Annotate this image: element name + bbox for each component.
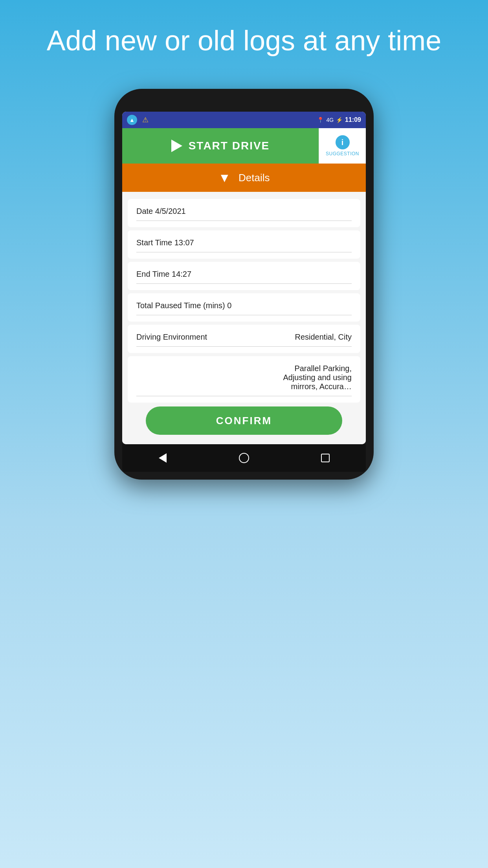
start-time-field-underline xyxy=(136,252,352,252)
start-drive-button[interactable]: START DRIVE xyxy=(122,128,319,164)
recent-icon xyxy=(321,454,330,462)
start-drive-label: START DRIVE xyxy=(189,140,270,152)
warning-icon: ⚠ xyxy=(140,115,150,125)
date-field-card[interactable]: Date 4/5/2021 xyxy=(128,199,360,227)
confirm-button[interactable]: CONFIRM xyxy=(146,406,342,435)
chevron-down-icon: ▼ xyxy=(218,171,231,185)
location-icon: 📍 xyxy=(317,117,324,123)
status-bar-right: 📍 4G ⚡ 11:09 xyxy=(317,116,361,123)
confirm-label: CONFIRM xyxy=(216,415,272,427)
end-time-field-label: End Time 14:27 xyxy=(136,270,352,279)
driving-env-field-card[interactable]: Driving Environment Residential, City xyxy=(128,325,360,353)
details-label: Details xyxy=(238,172,270,184)
signal-label: 4G xyxy=(326,117,334,123)
status-bar: ▲ ⚠ 📍 4G ⚡ 11:09 xyxy=(122,112,366,128)
end-time-field-card[interactable]: End Time 14:27 xyxy=(128,262,360,290)
play-icon xyxy=(171,140,182,152)
app-icon: ▲ xyxy=(127,115,137,125)
page-title-text: Add new or old logs at any time xyxy=(15,0,473,89)
start-time-field-label: Start Time 13:07 xyxy=(136,238,352,247)
nav-back-button[interactable] xyxy=(155,450,171,466)
details-bar[interactable]: ▼ Details xyxy=(122,164,366,192)
paused-time-field-card[interactable]: Total Paused Time (mins) 0 xyxy=(128,293,360,322)
suggestion-button[interactable]: i SUGGESTION xyxy=(319,128,366,164)
paused-time-field-underline xyxy=(136,315,352,315)
form-area: Date 4/5/2021 Start Time 13:07 End Time … xyxy=(122,192,366,444)
driving-env-underline xyxy=(136,346,352,347)
suggestion-label: SUGGESTION xyxy=(326,151,359,156)
back-icon xyxy=(159,453,167,463)
status-bar-left: ▲ ⚠ xyxy=(127,115,150,125)
driving-env-row: Driving Environment Residential, City xyxy=(136,333,352,342)
start-time-field-card[interactable]: Start Time 13:07 xyxy=(128,230,360,259)
nav-home-button[interactable] xyxy=(236,450,252,466)
skills-field-value: Parallel Parking,Adjusting and usingmirr… xyxy=(136,364,352,391)
phone-frame: ▲ ⚠ 📍 4G ⚡ 11:09 START DRIVE i SUGGESTIO… xyxy=(114,89,374,480)
date-field-label: Date 4/5/2021 xyxy=(136,207,352,216)
home-icon xyxy=(239,453,249,463)
driving-env-label: Driving Environment xyxy=(136,333,207,342)
phone-screen: ▲ ⚠ 📍 4G ⚡ 11:09 START DRIVE i SUGGESTIO… xyxy=(122,112,366,444)
battery-icon: ⚡ xyxy=(336,117,343,123)
paused-time-field-label: Total Paused Time (mins) 0 xyxy=(136,301,352,310)
phone-top-notch xyxy=(122,101,366,108)
driving-env-value: Residential, City xyxy=(295,333,352,342)
date-field-underline xyxy=(136,221,352,221)
phone-nav-bar xyxy=(122,444,366,472)
skills-field-card[interactable]: Parallel Parking,Adjusting and usingmirr… xyxy=(128,356,360,403)
action-bar: START DRIVE i SUGGESTION xyxy=(122,128,366,164)
status-time: 11:09 xyxy=(345,116,361,123)
skills-field-underline xyxy=(136,396,352,396)
end-time-field-underline xyxy=(136,283,352,284)
nav-recent-button[interactable] xyxy=(317,450,333,466)
info-icon: i xyxy=(336,135,350,149)
